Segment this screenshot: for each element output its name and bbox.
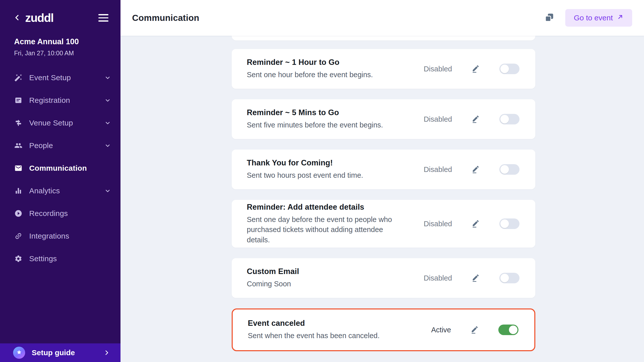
sidebar-item-settings[interactable]: Settings xyxy=(0,247,120,270)
chevron-down-icon xyxy=(104,74,111,81)
back-button[interactable] xyxy=(13,13,22,22)
page-title: Communication xyxy=(132,13,199,23)
sidebar-item-analytics[interactable]: Analytics xyxy=(0,179,120,202)
toggle-knob xyxy=(500,219,509,228)
card-title: Event canceled xyxy=(248,319,420,328)
edit-button[interactable] xyxy=(471,114,480,124)
edit-button[interactable] xyxy=(471,165,480,174)
edit-pencil-icon xyxy=(471,325,479,335)
toggle-switch[interactable] xyxy=(499,218,519,229)
brand-logo: zuddl xyxy=(25,11,54,25)
setup-guide-label: Setup guide xyxy=(32,348,75,357)
card-title: Reminder ~ 5 Mins to Go xyxy=(247,108,421,117)
hamburger-menu-button[interactable] xyxy=(97,13,109,23)
edit-pencil-icon xyxy=(472,165,480,174)
toggle-switch[interactable] xyxy=(499,64,519,74)
toggle-knob xyxy=(509,326,517,334)
copy-icon xyxy=(544,12,555,24)
edit-pencil-icon xyxy=(472,219,480,229)
setup-guide-button[interactable]: Setup guide xyxy=(0,343,120,362)
email-card: Thank You for Coming! Sent two hours pos… xyxy=(232,150,535,189)
email-card: Reminder ~ 5 Mins to Go Sent five minute… xyxy=(232,99,535,139)
card-title: Thank You for Coming! xyxy=(247,158,421,167)
hamburger-icon xyxy=(98,14,108,15)
go-to-event-label: Go to event xyxy=(574,14,613,22)
chevron-down-icon xyxy=(104,188,111,194)
edit-button[interactable] xyxy=(471,273,480,283)
card-description: Sent when the event has been canceled. xyxy=(248,331,404,341)
card-description: Sent one hour before the event begins. xyxy=(247,70,403,80)
sidebar-item-integrations[interactable]: Integrations xyxy=(0,225,120,247)
event-name: Acme Annual 100 xyxy=(14,37,109,46)
card-description: Coming Soon xyxy=(247,279,403,289)
link-icon xyxy=(14,232,23,240)
toggle-knob xyxy=(500,115,509,123)
signpost-icon xyxy=(14,119,23,127)
event-datetime: Fri, Jan 27, 10:00 AM xyxy=(14,50,109,57)
email-card-partial xyxy=(232,36,535,40)
email-list-column: Reminder ~ 1 Hour to Go Sent one hour be… xyxy=(232,36,535,351)
toggle-switch[interactable] xyxy=(498,325,518,335)
status-label: Disabled xyxy=(421,115,452,123)
status-label: Disabled xyxy=(421,274,452,282)
chevron-down-icon xyxy=(104,97,111,104)
sidebar-nav: Event Setup Registration Venue Setup Peo… xyxy=(0,66,120,270)
toggle-knob xyxy=(500,65,509,73)
arrow-up-right-icon xyxy=(617,14,624,22)
sidebar-item-recordings[interactable]: Recordings xyxy=(0,202,120,225)
go-to-event-button[interactable]: Go to event xyxy=(565,9,632,27)
card-title: Reminder: Add attendee details xyxy=(247,203,421,212)
edit-button[interactable] xyxy=(471,64,480,74)
main-area: Communication Go to event xyxy=(120,0,644,362)
play-circle-icon xyxy=(14,209,23,218)
chevron-right-icon xyxy=(103,349,110,356)
card-description: Sent two hours post event end time. xyxy=(247,170,403,180)
envelope-icon xyxy=(14,164,23,172)
star-badge xyxy=(13,347,25,359)
chevron-down-icon xyxy=(104,120,111,126)
sidebar-item-registration[interactable]: Registration xyxy=(0,89,120,112)
edit-pencil-icon xyxy=(472,274,480,283)
logo-row: zuddl xyxy=(0,0,120,25)
chevron-left-icon xyxy=(13,14,21,22)
sidebar-item-venue-setup[interactable]: Venue Setup xyxy=(0,112,120,134)
edit-pencil-icon xyxy=(472,64,480,74)
chevron-down-icon xyxy=(104,142,111,149)
gear-icon xyxy=(14,254,23,263)
edit-pencil-icon xyxy=(472,115,480,124)
sidebar-item-people[interactable]: People xyxy=(0,134,120,157)
card-description: Sent one day before the event to people … xyxy=(247,214,403,245)
page-header: Communication Go to event xyxy=(120,0,644,36)
app-window: zuddl Acme Annual 100 Fri, Jan 27, 10:00… xyxy=(0,0,644,362)
status-label: Disabled xyxy=(421,165,452,174)
header-actions: Go to event xyxy=(544,9,632,27)
event-block: Acme Annual 100 Fri, Jan 27, 10:00 AM xyxy=(0,37,120,57)
email-list: Reminder ~ 1 Hour to Go Sent one hour be… xyxy=(232,49,535,351)
email-card: Custom Email Coming Soon Disabled xyxy=(232,258,535,298)
card-description: Sent five minutes before the event begin… xyxy=(247,120,403,130)
copy-button[interactable] xyxy=(544,12,555,24)
status-label: Disabled xyxy=(421,65,452,73)
people-icon xyxy=(14,141,23,150)
registration-icon xyxy=(14,96,23,105)
status-label: Active xyxy=(420,326,451,334)
sidebar-item-communication[interactable]: Communication xyxy=(0,157,120,179)
toggle-switch[interactable] xyxy=(499,164,519,175)
wand-icon xyxy=(14,73,23,82)
star-icon xyxy=(16,349,22,356)
email-card: Reminder ~ 1 Hour to Go Sent one hour be… xyxy=(232,49,535,89)
content-area: Reminder ~ 1 Hour to Go Sent one hour be… xyxy=(120,36,644,362)
toggle-knob xyxy=(500,165,509,174)
card-title: Custom Email xyxy=(247,267,421,276)
toggle-switch[interactable] xyxy=(499,273,519,283)
toggle-switch[interactable] xyxy=(499,114,519,124)
bar-chart-icon xyxy=(14,187,23,195)
card-title: Reminder ~ 1 Hour to Go xyxy=(247,58,421,67)
email-card: Event canceled Sent when the event has b… xyxy=(232,308,535,351)
edit-button[interactable] xyxy=(471,219,480,229)
email-card: Reminder: Add attendee details Sent one … xyxy=(232,200,535,248)
toggle-knob xyxy=(500,274,509,282)
sidebar-item-event-setup[interactable]: Event Setup xyxy=(0,66,120,89)
sidebar: zuddl Acme Annual 100 Fri, Jan 27, 10:00… xyxy=(0,0,120,362)
edit-button[interactable] xyxy=(470,325,479,335)
